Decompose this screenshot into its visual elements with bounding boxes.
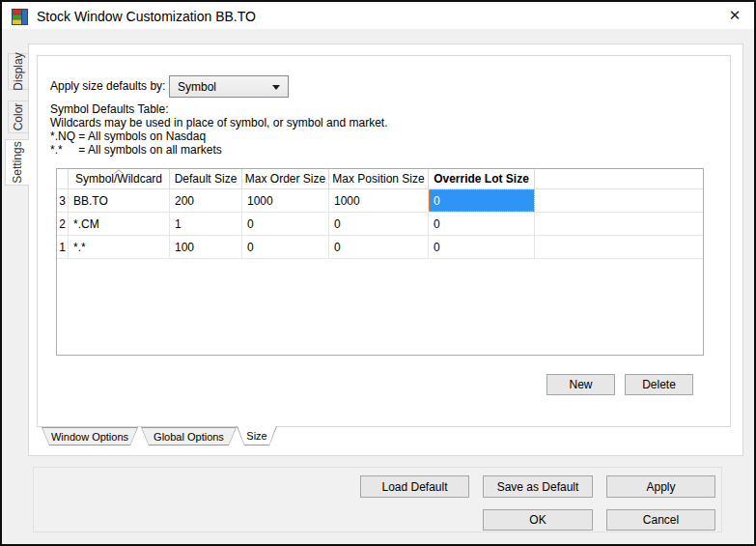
window-title: Stock Window Customization BB.TO (37, 2, 256, 31)
tab-window-options-label: Window Options (42, 428, 137, 445)
cell-max-order-size[interactable]: 0 (242, 236, 329, 258)
table-row: 3 BB.TO 200 1000 1000 0 (57, 189, 703, 213)
cell-override-lot-size[interactable]: 0 (429, 213, 535, 235)
tab-global-options[interactable]: Global Options (141, 427, 237, 445)
cell-max-position-size[interactable]: 1000 (329, 189, 429, 212)
stock-window-customization-dialog: Stock Window Customization BB.TO ✕ Displ… (0, 0, 756, 546)
row-number-header (57, 169, 69, 188)
row-number[interactable]: 1 (57, 236, 69, 258)
column-header-default-size[interactable]: Default Size (170, 169, 242, 188)
load-default-button[interactable]: Load Default (360, 475, 469, 498)
cell-symbol[interactable]: *.* (69, 236, 170, 258)
delete-button[interactable]: Delete (625, 374, 693, 395)
app-icon (12, 9, 28, 25)
sort-ascending-icon (114, 169, 125, 174)
column-header-symbol-wildcard[interactable]: Symbol/Wildcard (69, 169, 170, 188)
row-filler (535, 213, 703, 235)
tab-settings[interactable]: Settings (5, 139, 29, 186)
row-filler (535, 236, 703, 258)
tab-size-label: Size (238, 426, 276, 445)
apply-button[interactable]: Apply (606, 475, 715, 498)
cell-symbol[interactable]: BB.TO (69, 189, 170, 212)
chevron-down-icon (272, 85, 280, 90)
info-line: *.* = All symbols on all markets (50, 143, 387, 157)
apply-size-defaults-dropdown[interactable]: Symbol (169, 75, 289, 98)
header-filler (535, 169, 703, 188)
symbol-defaults-info: Symbol Defaults Table: Wildcards may be … (50, 102, 387, 157)
table-row: 1 *.* 100 0 0 0 (57, 236, 703, 259)
cell-max-order-size[interactable]: 0 (242, 213, 329, 235)
tab-size[interactable]: Size (237, 426, 277, 445)
save-as-default-button[interactable]: Save as Default (483, 475, 593, 498)
column-header-max-order-size[interactable]: Max Order Size (242, 169, 329, 188)
close-icon[interactable]: ✕ (716, 2, 753, 29)
cell-max-order-size[interactable]: 1000 (242, 189, 329, 212)
column-header-override-lot-size[interactable]: Override Lot Size (429, 169, 535, 188)
apply-size-defaults-label: Apply size defaults by: (50, 79, 165, 93)
info-line: Wildcards may be used in place of symbol… (50, 116, 387, 129)
tab-settings-label: Settings (11, 141, 24, 183)
column-header-max-position-size[interactable]: Max Position Size (329, 169, 429, 188)
table-header-row: Symbol/Wildcard Default Size Max Order S… (57, 169, 703, 189)
tab-color-label: Color (12, 103, 25, 131)
cell-override-lot-size-selected[interactable]: 0 (429, 189, 535, 212)
info-line: Symbol Defaults Table: (50, 102, 387, 116)
info-line: *.NQ = All symbols on Nasdaq (50, 129, 387, 143)
dropdown-selected-value: Symbol (178, 80, 216, 94)
cancel-button[interactable]: Cancel (606, 509, 715, 531)
tab-window-options[interactable]: Window Options (42, 427, 138, 445)
tab-display-label: Display (12, 52, 25, 90)
cell-default-size[interactable]: 100 (170, 236, 242, 258)
cell-symbol[interactable]: *.CM (69, 213, 170, 235)
tab-color[interactable]: Color (8, 101, 28, 133)
tab-display[interactable]: Display (8, 53, 28, 90)
row-number[interactable]: 3 (57, 189, 69, 212)
row-filler (535, 189, 703, 212)
tab-global-options-label: Global Options (142, 428, 236, 445)
ok-button[interactable]: OK (483, 509, 593, 531)
table-row: 2 *.CM 1 0 0 0 (57, 213, 703, 236)
titlebar: Stock Window Customization BB.TO (2, 2, 754, 29)
symbol-defaults-table: Symbol/Wildcard Default Size Max Order S… (56, 168, 704, 356)
cell-default-size[interactable]: 200 (170, 189, 242, 212)
cell-max-position-size[interactable]: 0 (329, 236, 429, 258)
cell-override-lot-size[interactable]: 0 (429, 236, 535, 258)
row-number[interactable]: 2 (57, 213, 69, 235)
cell-max-position-size[interactable]: 0 (329, 213, 429, 235)
new-button[interactable]: New (546, 374, 615, 395)
cell-default-size[interactable]: 1 (170, 213, 242, 235)
